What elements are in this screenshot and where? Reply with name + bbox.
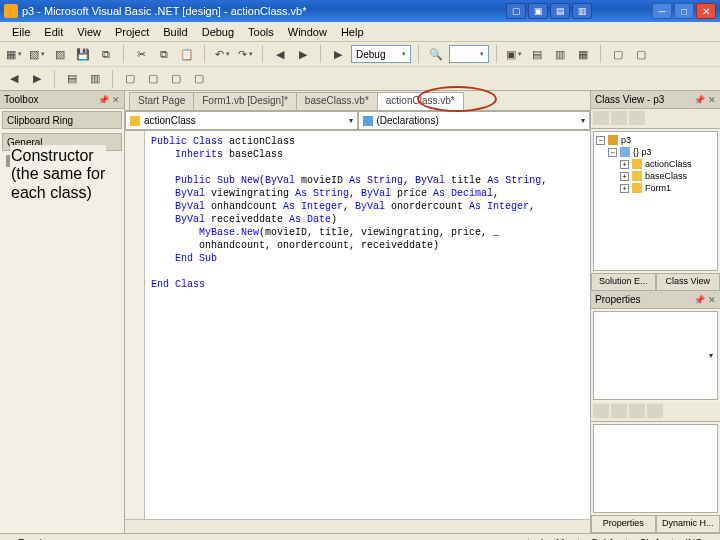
editor-pane: Start Page Form1.vb [Design]* baseClass.…	[125, 91, 590, 533]
properties-grid[interactable]	[593, 424, 718, 513]
namespace-icon	[620, 147, 630, 157]
toolbox-pin-icon[interactable]: 📌 ✕	[98, 95, 120, 105]
prop-tb-3[interactable]	[629, 404, 645, 418]
uncomment-button[interactable]: ▥	[85, 69, 105, 89]
tab-left-button[interactable]: ◀	[4, 69, 24, 89]
cv-tb-3[interactable]	[629, 111, 645, 125]
main-row: Toolbox 📌 ✕ Clipboard Ring General Point…	[0, 91, 720, 533]
menu-project[interactable]: Project	[109, 24, 155, 40]
bookmark-button[interactable]: ▢	[120, 69, 140, 89]
next-bookmark-button[interactable]: ▢	[166, 69, 186, 89]
find-combo[interactable]	[449, 45, 489, 63]
app-icon	[4, 4, 18, 18]
classview-title: Class View - p3	[595, 94, 664, 105]
tab-form1-design[interactable]: Form1.vb [Design]*	[193, 92, 297, 110]
cv-tb-2[interactable]	[611, 111, 627, 125]
properties-button[interactable]: ▤	[527, 44, 547, 64]
prev-bookmark-button[interactable]: ▢	[143, 69, 163, 89]
toolbox-section-clipboard[interactable]: Clipboard Ring	[2, 111, 122, 129]
add-item-button[interactable]: ▧	[27, 44, 47, 64]
prop-tb-2[interactable]	[611, 404, 627, 418]
class-tree[interactable]: −p3 −{} p3 +actionClass +baseClass +Form…	[593, 131, 718, 271]
properties-object-combo[interactable]	[593, 311, 718, 400]
tree-node-actionclass[interactable]: +actionClass	[596, 158, 715, 170]
class-view-button[interactable]: ▦	[573, 44, 593, 64]
menu-tools[interactable]: Tools	[242, 24, 280, 40]
menu-help[interactable]: Help	[335, 24, 370, 40]
tab-class-view[interactable]: Class View	[656, 273, 721, 291]
nav-fwd-button[interactable]: ▶	[293, 44, 313, 64]
classview-pin-icon[interactable]: 📌 ✕	[694, 95, 716, 105]
open-file-button[interactable]: ▨	[50, 44, 70, 64]
solution-explorer-button[interactable]: ▣	[504, 44, 524, 64]
minimize-button[interactable]: ─	[652, 3, 672, 19]
class-icon	[632, 171, 642, 181]
nav-back-button[interactable]: ◀	[270, 44, 290, 64]
save-button[interactable]: 💾	[73, 44, 93, 64]
toolbar-row-2: ◀ ▶ ▤ ▥ ▢ ▢ ▢ ▢	[0, 66, 720, 90]
toolbox-button[interactable]: ▥	[550, 44, 570, 64]
close-button[interactable]: ✕	[696, 3, 716, 19]
menu-window[interactable]: Window	[282, 24, 333, 40]
member-dropdown-value: (Declarations)	[377, 115, 439, 126]
prop-tb-1[interactable]	[593, 404, 609, 418]
tab-solution-explorer[interactable]: Solution E...	[591, 273, 656, 291]
redo-button[interactable]: ↷	[235, 44, 255, 64]
prop-tb-4[interactable]	[647, 404, 663, 418]
project-icon	[608, 135, 618, 145]
menu-file[interactable]: Eile	[6, 24, 36, 40]
cv-tb-1[interactable]	[593, 111, 609, 125]
find-button[interactable]: 🔍	[426, 44, 446, 64]
comment-button[interactable]: ▤	[62, 69, 82, 89]
config-combo[interactable]: Debug	[351, 45, 411, 63]
code-editor[interactable]: Public Class actionClass Inherits baseCl…	[125, 131, 590, 519]
right-tabs-upper: Solution E... Class View	[591, 273, 720, 291]
tb-more-1[interactable]: ▢	[608, 44, 628, 64]
toolbar-area: ▦ ▧ ▨ 💾 ⧉ ✂ ⧉ 📋 ↶ ↷ ◀ ▶ ▶ Debug 🔍 ▣ ▤ ▥ …	[0, 42, 720, 91]
cut-button[interactable]: ✂	[131, 44, 151, 64]
properties-pin-icon[interactable]: 📌 ✕	[694, 295, 716, 305]
maximize-button[interactable]: □	[674, 3, 694, 19]
paste-button[interactable]: 📋	[177, 44, 197, 64]
declarations-icon	[363, 116, 373, 126]
tree-node-form1[interactable]: +Form1	[596, 182, 715, 194]
tree-node-baseclass[interactable]: +baseClass	[596, 170, 715, 182]
menu-edit[interactable]: Edit	[38, 24, 69, 40]
properties-title: Properties	[595, 294, 641, 305]
undo-button[interactable]: ↶	[212, 44, 232, 64]
right-tabs-lower: Properties Dynamic H...	[591, 515, 720, 533]
title-extra-3[interactable]: ▤	[550, 3, 570, 19]
start-button[interactable]: ▶	[328, 44, 348, 64]
horizontal-scrollbar[interactable]	[125, 519, 590, 533]
tab-actionclass[interactable]: actionClass.vb*	[377, 92, 464, 110]
tab-dynamic-help[interactable]: Dynamic H...	[656, 515, 721, 533]
title-bar: p3 - Microsoft Visual Basic .NET [design…	[0, 0, 720, 22]
tab-startpage[interactable]: Start Page	[129, 92, 194, 110]
copy-button[interactable]: ⧉	[154, 44, 174, 64]
tb-more-2[interactable]: ▢	[631, 44, 651, 64]
tree-node-p3-root[interactable]: −p3	[596, 134, 715, 146]
menu-build[interactable]: Build	[157, 24, 193, 40]
tab-baseclass[interactable]: baseClass.vb*	[296, 92, 378, 110]
save-all-button[interactable]: ⧉	[96, 44, 116, 64]
code-text[interactable]: Public Class actionClass Inherits baseCl…	[145, 131, 590, 519]
title-extra-4[interactable]: ▥	[572, 3, 592, 19]
config-combo-value: Debug	[356, 49, 385, 60]
menu-view[interactable]: View	[71, 24, 107, 40]
class-icon	[130, 116, 140, 126]
type-dropdown[interactable]: actionClass	[125, 111, 358, 130]
class-icon	[632, 183, 642, 193]
title-extra-buttons: ▢ ▣ ▤ ▥	[506, 3, 592, 19]
tree-node-ns[interactable]: −{} p3	[596, 146, 715, 158]
menu-bar: Eile Edit View Project Build Debug Tools…	[0, 22, 720, 42]
clear-bookmark-button[interactable]: ▢	[189, 69, 209, 89]
title-extra-2[interactable]: ▣	[528, 3, 548, 19]
title-extra-1[interactable]: ▢	[506, 3, 526, 19]
right-panels: Class View - p3 📌 ✕ −p3 −{} p3 +actionCl…	[590, 91, 720, 533]
tab-right-button[interactable]: ▶	[27, 69, 47, 89]
menu-debug[interactable]: Debug	[196, 24, 240, 40]
member-dropdown[interactable]: (Declarations)	[358, 111, 591, 130]
document-tabs: Start Page Form1.vb [Design]* baseClass.…	[125, 91, 590, 111]
new-project-button[interactable]: ▦	[4, 44, 24, 64]
tab-properties[interactable]: Properties	[591, 515, 656, 533]
